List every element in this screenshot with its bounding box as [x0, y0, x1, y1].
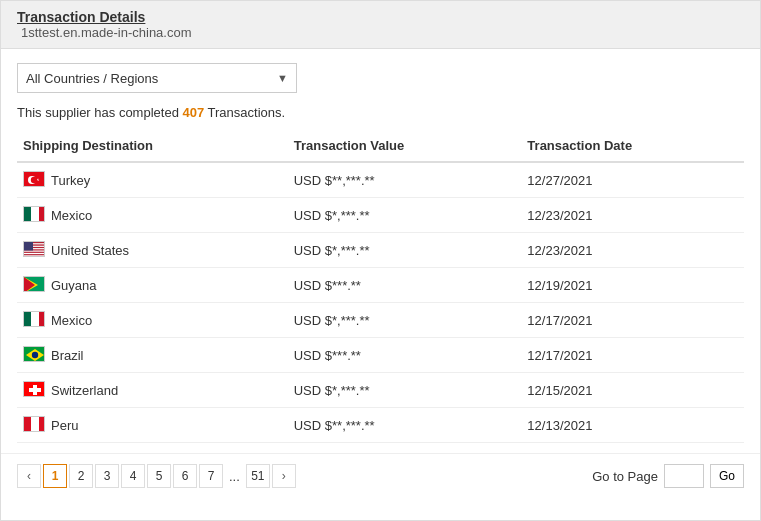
count-prefix: This supplier has completed: [17, 105, 182, 120]
table-header-row: Shipping Destination Transaction Value T…: [17, 130, 744, 162]
country-flag-icon: [23, 346, 45, 362]
controls-section: All Countries / Regions ▼: [1, 49, 760, 101]
cell-value: USD $*,***.**: [288, 198, 522, 233]
header-subtitle: 1sttest.en.made-in-china.com: [21, 25, 192, 40]
svg-rect-19: [31, 312, 39, 327]
country-name: Mexico: [51, 208, 92, 223]
table-row: Mexico USD $*,***.** 12/23/2021: [17, 198, 744, 233]
header: Transaction Details 1sttest.en.made-in-c…: [1, 1, 760, 49]
count-suffix: Transactions.: [204, 105, 285, 120]
page-btn-3[interactable]: 3: [95, 464, 119, 488]
pagination-dots: ...: [225, 469, 244, 484]
cell-country: Peru: [17, 408, 288, 443]
svg-rect-12: [24, 253, 45, 254]
country-name: Turkey: [51, 173, 90, 188]
page-title: Transaction Details: [17, 9, 145, 25]
svg-rect-20: [39, 312, 45, 327]
goto-label: Go to Page: [592, 469, 658, 484]
svg-point-23: [32, 352, 38, 358]
cell-date: 12/17/2021: [521, 303, 744, 338]
page-btn-5[interactable]: 5: [147, 464, 171, 488]
country-name: Mexico: [51, 313, 92, 328]
svg-rect-6: [39, 207, 45, 222]
table-row: Turkey USD $**,***.** 12/27/2021: [17, 162, 744, 198]
cell-country: Mexico: [17, 303, 288, 338]
country-name: Guyana: [51, 278, 97, 293]
goto-button[interactable]: Go: [710, 464, 744, 488]
country-name: Brazil: [51, 348, 84, 363]
next-page-button[interactable]: ›: [272, 464, 296, 488]
svg-rect-28: [31, 417, 39, 432]
col-value: Transaction Value: [288, 130, 522, 162]
cell-country: United States: [17, 233, 288, 268]
cell-value: USD $***.**: [288, 338, 522, 373]
pagination: ‹ 1 2 3 4 5 6 7 ... 51 › Go to Page Go: [1, 453, 760, 498]
col-destination: Shipping Destination: [17, 130, 288, 162]
country-name: Switzerland: [51, 383, 118, 398]
table-row: United States USD $*,***.** 12/23/2021: [17, 233, 744, 268]
svg-rect-11: [24, 251, 45, 252]
prev-page-button[interactable]: ‹: [17, 464, 41, 488]
country-flag-icon: [23, 276, 45, 292]
cell-date: 12/19/2021: [521, 268, 744, 303]
table-row: Brazil USD $***.** 12/17/2021: [17, 338, 744, 373]
svg-rect-14: [24, 242, 33, 251]
cell-value: USD $**,***.**: [288, 162, 522, 198]
cell-country: Mexico: [17, 198, 288, 233]
cell-country: Brazil: [17, 338, 288, 373]
cell-date: 12/23/2021: [521, 198, 744, 233]
country-flag-icon: [23, 311, 45, 327]
country-flag-icon: [23, 206, 45, 222]
transaction-count: This supplier has completed 407 Transact…: [1, 101, 760, 130]
country-flag-icon: [23, 381, 45, 397]
cell-date: 12/13/2021: [521, 408, 744, 443]
cell-value: USD $*,***.**: [288, 303, 522, 338]
transactions-table-wrapper: Shipping Destination Transaction Value T…: [1, 130, 760, 453]
pagination-left: ‹ 1 2 3 4 5 6 7 ... 51 ›: [17, 464, 296, 488]
country-name: United States: [51, 243, 129, 258]
svg-rect-13: [24, 255, 45, 256]
page-btn-4[interactable]: 4: [121, 464, 145, 488]
cell-date: 12/17/2021: [521, 338, 744, 373]
cell-date: 12/15/2021: [521, 373, 744, 408]
col-date: Transaction Date: [521, 130, 744, 162]
goto-page-input[interactable]: [664, 464, 704, 488]
table-row: Peru USD $**,***.** 12/13/2021: [17, 408, 744, 443]
cell-country: Switzerland: [17, 373, 288, 408]
svg-rect-5: [31, 207, 39, 222]
country-name: Peru: [51, 418, 78, 433]
pagination-right: Go to Page Go: [592, 464, 744, 488]
table-row: Mexico USD $*,***.** 12/17/2021: [17, 303, 744, 338]
transactions-table: Shipping Destination Transaction Value T…: [17, 130, 744, 443]
table-row: Guyana USD $***.** 12/19/2021: [17, 268, 744, 303]
cell-country: Turkey: [17, 162, 288, 198]
svg-point-2: [31, 177, 37, 183]
page-btn-last[interactable]: 51: [246, 464, 270, 488]
cell-date: 12/27/2021: [521, 162, 744, 198]
page-btn-2[interactable]: 2: [69, 464, 93, 488]
transaction-number: 407: [182, 105, 204, 120]
page-btn-6[interactable]: 6: [173, 464, 197, 488]
cell-date: 12/23/2021: [521, 233, 744, 268]
page-btn-1[interactable]: 1: [43, 464, 67, 488]
cell-country: Guyana: [17, 268, 288, 303]
page-btn-7[interactable]: 7: [199, 464, 223, 488]
country-filter-select[interactable]: All Countries / Regions: [18, 67, 296, 90]
country-flag-icon: [23, 171, 45, 187]
table-row: Switzerland USD $*,***.** 12/15/2021: [17, 373, 744, 408]
country-filter-dropdown[interactable]: All Countries / Regions ▼: [17, 63, 297, 93]
cell-value: USD $**,***.**: [288, 408, 522, 443]
cell-value: USD $*,***.**: [288, 233, 522, 268]
cell-value: USD $***.**: [288, 268, 522, 303]
country-flag-icon: [23, 416, 45, 432]
country-flag-icon: [23, 241, 45, 257]
cell-value: USD $*,***.**: [288, 373, 522, 408]
svg-rect-26: [29, 388, 41, 392]
